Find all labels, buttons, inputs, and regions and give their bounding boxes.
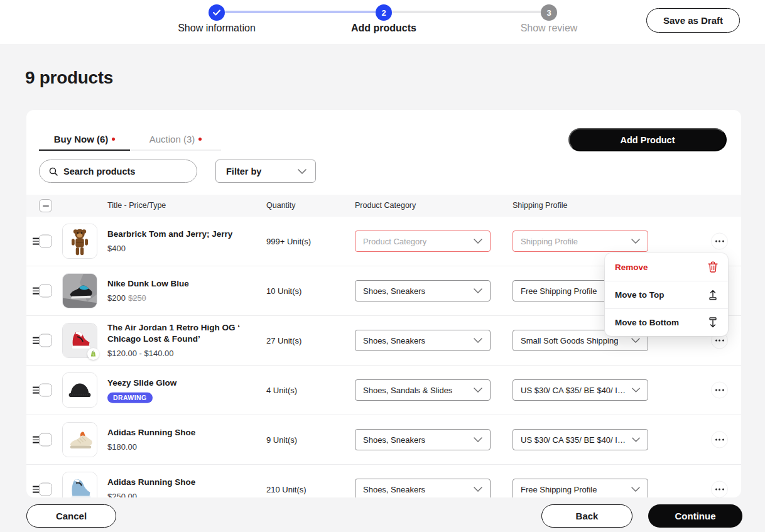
row-checkbox[interactable] (39, 285, 52, 298)
shipping-profile-select[interactable]: Shipping Profile (513, 231, 648, 252)
move-to-bottom-icon (708, 317, 718, 328)
select-all-checkbox[interactable] (39, 199, 52, 212)
product-category-select[interactable]: Shoes, Sneakers (355, 429, 491, 450)
chevron-down-icon (631, 338, 640, 343)
chevron-down-icon (631, 487, 640, 492)
product-quantity: 210 Unit(s) (266, 485, 307, 494)
shipping-value: US $30/ CA $35/ BE $40/ INT... (521, 435, 627, 445)
product-quantity: 9 Unit(s) (266, 435, 297, 445)
step-2-number: 2 (381, 8, 386, 18)
step-2-circle[interactable]: 2 (376, 4, 392, 21)
product-image (62, 372, 97, 408)
filter-by-dropdown[interactable]: Filter by (215, 160, 316, 183)
check-icon (213, 9, 220, 16)
product-title: Yeezy Slide Glow (107, 377, 263, 389)
chevron-down-icon (632, 388, 640, 393)
product-price: $250.00 (107, 492, 137, 497)
price-line: $400 (107, 242, 263, 254)
tab-auction[interactable]: Auction (3) (130, 129, 221, 151)
table-row: Yeezy Slide Glow DRAWING 4 Unit(s) Shoes… (26, 366, 741, 415)
category-value: Shoes, Sneakers (363, 485, 425, 494)
product-tag: DRAWING (107, 392, 153, 403)
product-image (62, 273, 97, 308)
menu-item-remove[interactable]: Remove (605, 253, 728, 281)
product-info: Adidas Running Shoe $250.00 (107, 477, 263, 497)
product-title: Bearbrick Tom and Jerry; Jerry (107, 229, 263, 240)
product-category-select[interactable]: Shoes, Sandals & Slides (355, 379, 491, 401)
col-category: Product Category (355, 195, 416, 217)
product-category-select[interactable]: Shoes, Sneakers (355, 479, 491, 497)
filter-by-label: Filter by (226, 166, 261, 176)
chevron-down-icon (298, 169, 307, 174)
add-product-button[interactable]: Add Product (568, 128, 727, 151)
shipping-value: Free Shipping Profile (521, 286, 597, 296)
back-button[interactable]: Back (541, 504, 632, 528)
menu-item-move-to-bottom[interactable]: Move to Bottom (605, 308, 728, 336)
row-menu-button[interactable] (711, 432, 728, 448)
shipping-value: Shipping Profile (521, 237, 578, 246)
add-products-page: Show information 2 Add products 3 Show r… (0, 0, 765, 532)
search-icon (48, 166, 58, 176)
save-as-draft-button[interactable]: Save as Draft (646, 8, 740, 33)
product-image (62, 422, 97, 457)
shipping-value: US $30/ CA $35/ BE $40/ INT... (521, 386, 627, 395)
product-image (62, 323, 97, 358)
chevron-down-icon (631, 239, 640, 244)
menu-item-move-to-top[interactable]: Move to Top (605, 281, 728, 308)
indeterminate-dash-icon (43, 205, 49, 207)
row-checkbox[interactable] (39, 483, 52, 496)
chevron-down-icon (632, 437, 640, 442)
trash-icon (708, 261, 718, 273)
shipping-profile-select[interactable]: US $30/ CA $35/ BE $40/ INT... (513, 379, 648, 401)
search-products-box[interactable] (39, 160, 197, 183)
shipping-profile-select[interactable]: Free Shipping Profile (513, 479, 648, 497)
shopify-badge-icon (87, 348, 99, 360)
tab-buy-now-alert-dot (112, 138, 115, 141)
cancel-button[interactable]: Cancel (26, 504, 116, 528)
row-checkbox[interactable] (39, 235, 52, 248)
row-menu-button[interactable] (711, 382, 728, 399)
move-to-top-icon (708, 290, 718, 300)
page-title: 9 products (25, 68, 113, 88)
step-3-number: 3 (546, 8, 551, 18)
row-menu-button[interactable] (711, 481, 728, 498)
shipping-value: Small Soft Goods Shipping (521, 336, 618, 345)
row-checkbox[interactable] (39, 334, 52, 347)
category-value: Shoes, Sandals & Slides (363, 386, 452, 395)
product-info: Yeezy Slide Glow DRAWING (107, 377, 263, 403)
chevron-down-icon (474, 487, 482, 492)
product-quantity: 27 Unit(s) (266, 336, 301, 345)
category-value: Shoes, Sneakers (363, 286, 425, 296)
shipping-profile-select[interactable]: US $30/ CA $35/ BE $40/ INT... (513, 429, 648, 450)
step-2-label[interactable]: Add products (315, 23, 453, 34)
search-input[interactable] (63, 166, 183, 176)
product-quantity: 4 Unit(s) (266, 386, 297, 395)
product-title: Adidas Running Shoe (107, 477, 263, 488)
move-to-top-label: Move to Top (615, 290, 665, 300)
shopify-bag-icon (89, 350, 97, 358)
continue-button[interactable]: Continue (648, 504, 742, 528)
row-menu-button[interactable] (711, 233, 728, 250)
product-price: $180.00 (107, 442, 137, 452)
step-3-label[interactable]: Show review (480, 23, 618, 34)
row-context-menu: Remove Move to Top Move to Bottom (605, 253, 728, 336)
table-row: Adidas Running Shoe $180.00 9 Unit(s) Sh… (26, 415, 741, 465)
product-category-select[interactable]: Shoes, Sneakers (355, 330, 491, 351)
step-3-circle[interactable]: 3 (541, 4, 557, 21)
price-line: $120.00 - $140.00 (107, 347, 263, 359)
shipping-value: Free Shipping Profile (521, 485, 597, 494)
step-1-label[interactable]: Show information (148, 23, 286, 34)
row-checkbox[interactable] (39, 384, 52, 397)
price-line: $250.00 (107, 491, 263, 497)
step-1-check-icon[interactable] (209, 4, 225, 21)
product-price: $400 (107, 244, 126, 253)
product-category-select[interactable]: Shoes, Sneakers (355, 280, 491, 301)
chevron-down-icon (474, 338, 482, 343)
product-category-select[interactable]: Product Category (355, 231, 491, 252)
tab-buy-now[interactable]: Buy Now (6) (39, 129, 130, 151)
product-title: The Air Jordan 1 Retro High OG ‘ Chicago… (107, 322, 263, 345)
product-info: Adidas Running Shoe $180.00 (107, 427, 263, 452)
col-title: Title - Price/Type (107, 195, 166, 217)
product-image (62, 472, 97, 497)
row-checkbox[interactable] (39, 433, 52, 447)
